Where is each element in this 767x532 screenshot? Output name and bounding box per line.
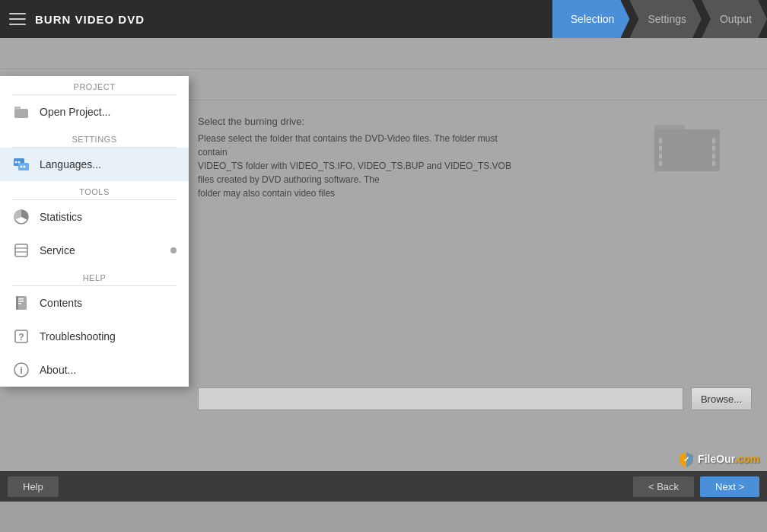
menu-item-about[interactable]: i About... [0,353,189,387]
browse-button[interactable]: Browse... [691,387,752,410]
help-section-label: HELP [0,267,189,285]
menu-item-open-project[interactable]: Open Project... [0,95,189,129]
svg-rect-21 [15,244,27,256]
service-icon [12,241,30,260]
menu-item-contents[interactable]: Contents [0,286,189,320]
folder-icon [653,114,721,178]
contents-label: Contents [40,297,177,309]
svg-rect-25 [18,298,24,300]
watermark: ✓ FileOur.com [678,451,759,467]
menu-item-statistics[interactable]: Statistics [0,200,189,234]
next-button[interactable]: Next > [700,476,759,497]
menu-item-troubleshooting[interactable]: ? Troubleshooting [0,320,189,353]
step-output[interactable]: Output [702,0,767,38]
svg-rect-26 [18,301,24,302]
dropdown-menu: PROJECT Open Project... SETTINGS [0,76,189,387]
folder-open-icon [12,103,30,121]
content-desc1: Please select the folder that contains t… [198,132,517,159]
service-dot [170,247,177,253]
svg-rect-12 [14,109,28,118]
svg-text:i: i [20,365,23,376]
svg-rect-13 [14,107,21,110]
service-label: Service [40,244,161,256]
svg-rect-5 [659,146,662,151]
menu-item-languages[interactable]: Languages... [0,148,189,181]
open-project-label: Open Project... [40,106,177,118]
svg-rect-0 [654,129,720,171]
main-content: Select the burning drive: Please select … [0,38,767,502]
about-label: About... [40,364,177,376]
statistics-label: Statistics [40,211,177,223]
header: BURN VIDEO DVD Selection Settings Output [0,0,767,38]
tools-section-label: TOOLS [0,181,189,199]
content-desc3: folder may also contain video files [198,186,517,200]
svg-rect-4 [659,139,662,143]
troubleshooting-label: Troubleshooting [40,330,177,342]
info-icon: i [12,361,30,379]
svg-point-18 [21,166,23,168]
step-selection[interactable]: Selection [552,0,630,38]
settings-section-label: SETTINGS [0,129,189,147]
svg-point-19 [24,166,26,168]
bottom-bar: Help < Back Next > [0,471,767,502]
back-button[interactable]: < Back [633,476,694,497]
svg-rect-8 [712,139,715,143]
content-desc2: VIDEO_TS folder with VIDEO_TS.IFO, VIDEO… [198,159,517,186]
chart-icon [12,208,30,226]
svg-rect-9 [712,146,715,151]
step-settings[interactable]: Settings [629,0,702,38]
hamburger-menu-icon[interactable] [9,13,26,25]
svg-text:?: ? [18,332,24,342]
wizard-steps: Selection Settings Output [552,0,767,38]
menu-item-service[interactable]: Service [0,234,189,267]
nav-buttons: < Back Next > [633,476,759,497]
svg-rect-1 [654,125,685,134]
languages-label: Languages... [40,158,177,170]
app-title: BURN VIDEO DVD [35,13,145,26]
svg-rect-7 [659,161,662,166]
svg-rect-10 [712,154,715,158]
svg-point-15 [15,161,18,164]
project-section-label: PROJECT [0,76,189,94]
svg-rect-11 [712,161,715,166]
path-input[interactable] [198,387,683,410]
book-icon [12,294,30,312]
browse-row: Browse... [198,387,752,410]
watermark-text: FileOur.com [698,453,759,465]
svg-rect-28 [16,296,18,310]
svg-text:✓: ✓ [683,455,689,464]
language-icon [12,155,30,174]
question-icon: ? [12,327,30,346]
svg-rect-6 [659,154,662,158]
help-button[interactable]: Help [8,476,59,497]
